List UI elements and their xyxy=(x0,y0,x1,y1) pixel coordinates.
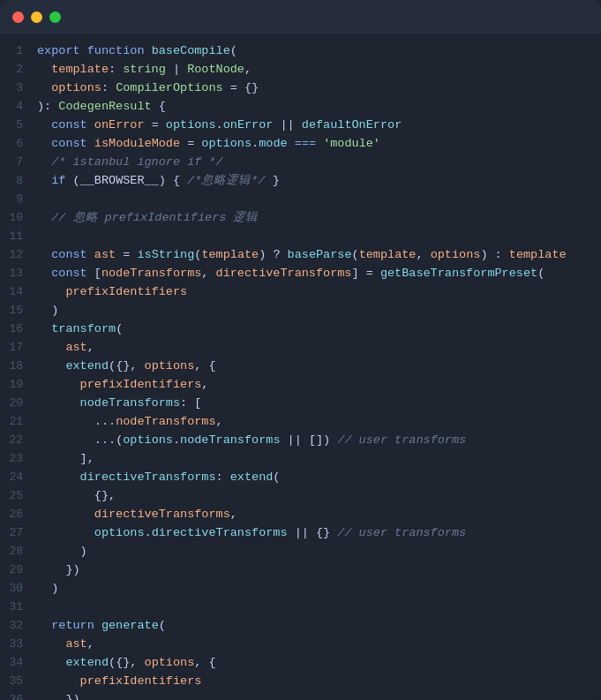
var-token xyxy=(87,118,94,132)
var-token xyxy=(37,322,51,335)
line-number: 7 xyxy=(0,154,37,171)
var-token: ? xyxy=(266,248,287,261)
var-token: } xyxy=(266,174,280,187)
line-content: template: string | RootNode, xyxy=(37,61,601,79)
var-token: __BROWSER__ xyxy=(80,174,159,187)
var-token: || xyxy=(273,118,301,132)
line-content: extend({}, options, { xyxy=(37,358,601,376)
prop-token: mode xyxy=(259,137,287,150)
var-token: { xyxy=(166,174,187,187)
punct-token: , xyxy=(130,656,144,669)
line-number: 8 xyxy=(0,172,37,190)
line-content: }) xyxy=(37,561,601,580)
paren-token: ( xyxy=(537,267,545,280)
var-token xyxy=(37,378,80,391)
line-number: 23 xyxy=(0,450,37,468)
close-button[interactable] xyxy=(12,11,24,23)
line-content: export function baseCompile( xyxy=(37,42,601,61)
line-number: 2 xyxy=(0,61,37,79)
line-content: const ast = isString(template) ? basePar… xyxy=(37,246,601,265)
var-token: = xyxy=(180,137,201,150)
param-token: template xyxy=(359,248,417,261)
comment-token: /* istanbul ignore if */ xyxy=(51,155,222,169)
prop-token: options xyxy=(94,526,145,539)
line-content: if (__BROWSER__) { /*忽略逻辑*/ } xyxy=(37,172,601,191)
var-token xyxy=(87,137,94,150)
comment-token: /*忽略逻辑*/ xyxy=(187,174,265,187)
line-number: 34 xyxy=(0,654,37,672)
line-number: 21 xyxy=(0,413,37,431)
kw-token: export xyxy=(37,44,80,57)
prop-token: options xyxy=(123,433,173,447)
code-line: 34 extend({}, options, { xyxy=(0,654,601,673)
var-token: . xyxy=(173,433,180,447)
var-token: || xyxy=(280,433,308,447)
editor-window: 1export function baseCompile(2 template:… xyxy=(0,0,601,700)
maximize-button[interactable] xyxy=(49,11,61,23)
var-token xyxy=(94,619,101,632)
line-content: }) xyxy=(37,691,601,700)
paren-token: ( xyxy=(352,248,359,261)
line-number: 29 xyxy=(0,561,37,579)
line-number: 14 xyxy=(0,283,37,301)
code-line: 17 ast, xyxy=(0,339,601,358)
var-token xyxy=(37,619,51,632)
comment-token: // user transforms xyxy=(337,433,466,447)
code-line: 28 ) xyxy=(0,543,601,561)
line-content: ) xyxy=(37,302,601,320)
line-content xyxy=(37,598,601,617)
code-line: 33 ast, xyxy=(0,636,601,654)
punct-token: , { xyxy=(194,656,215,669)
line-number: 25 xyxy=(0,487,37,505)
paren-token: ) xyxy=(51,582,58,595)
fn-token: extend xyxy=(65,656,109,669)
punct-token: , xyxy=(416,248,430,261)
line-content xyxy=(37,191,601,209)
minimize-button[interactable] xyxy=(31,11,42,23)
line-number: 27 xyxy=(0,524,37,542)
line-number: 11 xyxy=(0,228,37,245)
line-number: 20 xyxy=(0,395,37,412)
code-line: 27 options.directiveTransforms || {} // … xyxy=(0,524,601,543)
var-token xyxy=(37,396,80,410)
prop-token: options xyxy=(201,137,252,150)
line-content: ...nodeTransforms, xyxy=(37,413,601,432)
param-token: template xyxy=(51,63,109,76)
line-number: 22 xyxy=(0,432,37,449)
code-line: 26 directiveTransforms, xyxy=(0,506,601,524)
param-token: prefixIdentifiers xyxy=(80,378,202,391)
fn-token: baseParse xyxy=(288,248,352,261)
var-token: = xyxy=(145,118,166,132)
param-token: template xyxy=(509,248,567,261)
var-token xyxy=(37,452,80,465)
line-number: 35 xyxy=(0,673,37,690)
kw-token: if xyxy=(51,174,65,187)
param-token: options xyxy=(51,81,101,94)
spread-token: ... xyxy=(94,433,116,447)
template-str-token: 'module' xyxy=(323,137,380,150)
line-content: nodeTransforms: [ xyxy=(37,395,601,413)
code-line: 29 }) xyxy=(0,561,601,580)
line-content: const onError = options.onError || defau… xyxy=(37,117,601,135)
code-line: 8 if (__BROWSER__) { /*忽略逻辑*/ } xyxy=(0,172,601,191)
param-token: prefixIdentifiers xyxy=(80,674,202,688)
code-editor[interactable]: 1export function baseCompile(2 template:… xyxy=(0,34,601,700)
line-content: const [nodeTransforms, directiveTransfor… xyxy=(37,265,601,283)
punct-token: : xyxy=(101,81,116,94)
line-content: options: CompilerOptions = {} xyxy=(37,79,601,98)
var-token: . xyxy=(216,118,223,132)
fn-token: extend xyxy=(65,359,109,373)
paren-token: ( xyxy=(159,619,166,632)
line-number: 28 xyxy=(0,543,37,561)
var-token xyxy=(37,674,80,688)
code-line: 7 /* istanbul ignore if */ xyxy=(0,154,601,172)
paren-token: ( xyxy=(73,174,80,187)
prop-token: directiveTransforms xyxy=(80,470,216,484)
paren-token: ( xyxy=(116,322,123,335)
line-number: 13 xyxy=(0,265,37,282)
line-content: prefixIdentifiers xyxy=(37,283,601,302)
code-line: 23 ], xyxy=(0,450,601,469)
var-token xyxy=(37,563,65,576)
line-content: const isModuleMode = options.mode === 'm… xyxy=(37,135,601,154)
line-content: ) xyxy=(37,580,601,598)
